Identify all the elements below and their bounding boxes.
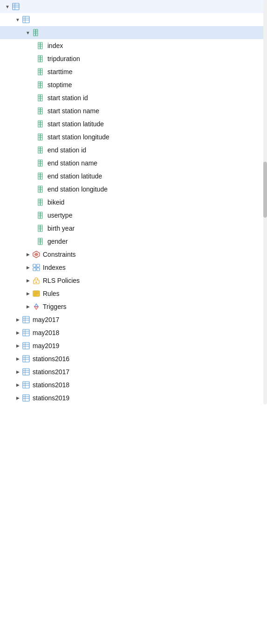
svg-rect-41	[40, 95, 42, 101]
column-item[interactable]: end station id	[0, 144, 267, 157]
svg-rect-92	[38, 212, 40, 219]
svg-rect-152	[23, 395, 29, 401]
sub-item-triggers[interactable]: ▶ Triggers	[0, 300, 267, 313]
column-label: end station id	[47, 146, 86, 154]
indexes-label: Indexes	[43, 264, 66, 271]
table-icon	[21, 328, 31, 337]
column-icon	[36, 80, 46, 89]
constraints-icon	[32, 250, 41, 259]
table-toggle-icon: ▶	[14, 355, 21, 363]
svg-rect-11	[36, 29, 38, 36]
column-icon	[36, 67, 46, 76]
column-icon	[36, 93, 46, 103]
rls-icon	[32, 276, 41, 285]
column-label: end station name	[47, 159, 97, 167]
other-table-node[interactable]: ▶ stations2019	[0, 391, 267, 404]
column-label: start station longitude	[47, 133, 109, 141]
svg-rect-95	[40, 212, 42, 219]
svg-rect-68	[38, 160, 40, 166]
svg-rect-71	[40, 160, 42, 166]
svg-rect-74	[38, 173, 40, 179]
rls-toggle-icon: ▶	[24, 277, 32, 284]
table-icon	[21, 367, 31, 377]
other-table-node[interactable]: ▶ stations2018	[0, 378, 267, 391]
svg-rect-32	[38, 82, 40, 88]
column-items-list: index tripduration starttime	[0, 39, 267, 248]
other-table-node[interactable]: ▶ may2017	[0, 313, 267, 326]
column-icon	[36, 198, 46, 207]
column-item[interactable]: usertype	[0, 209, 267, 222]
column-label: birth year	[47, 225, 74, 232]
column-label: starttime	[47, 68, 73, 75]
svg-rect-44	[38, 108, 40, 114]
column-icon	[36, 224, 46, 233]
column-label: usertype	[47, 212, 73, 219]
column-item[interactable]: tripduration	[0, 52, 267, 65]
column-label: gender	[47, 238, 68, 245]
column-item[interactable]: start station latitude	[0, 117, 267, 130]
tables-node[interactable]: ▼	[0, 0, 267, 13]
column-icon	[36, 145, 46, 155]
sub-item-indexes[interactable]: ▶ Indexes	[0, 261, 267, 274]
svg-rect-0	[13, 3, 19, 10]
svg-rect-115	[37, 268, 40, 271]
sub-item-constraints[interactable]: ▶ Constraints	[0, 248, 267, 261]
svg-rect-80	[38, 186, 40, 192]
column-item[interactable]: end station longitude	[0, 183, 267, 196]
table-label: may2019	[33, 342, 60, 349]
column-item[interactable]: start station id	[0, 91, 267, 104]
svg-rect-4	[23, 16, 29, 23]
table-label: stations2016	[33, 355, 69, 363]
column-item[interactable]: end station latitude	[0, 170, 267, 183]
svg-rect-56	[38, 134, 40, 140]
columns-icon	[32, 28, 41, 37]
scrollbar[interactable]	[263, 0, 267, 404]
svg-rect-65	[40, 147, 42, 153]
svg-rect-107	[40, 238, 42, 245]
sub-items-list: ▶ Constraints ▶ Indexes ▶ RLS Policies ▶…	[0, 248, 267, 313]
column-icon	[36, 158, 46, 168]
svg-rect-89	[40, 199, 42, 206]
other-tables-list: ▶ may2017 ▶ may2018 ▶	[0, 313, 267, 404]
svg-marker-111	[34, 253, 38, 256]
column-label: end station latitude	[47, 172, 102, 180]
svg-rect-86	[38, 199, 40, 206]
column-icon	[36, 237, 46, 246]
may2016-node[interactable]: ▼	[0, 13, 267, 26]
table-toggle-icon: ▶	[14, 394, 21, 402]
tree-container: ▼ ▼ ▼	[0, 0, 267, 404]
other-table-node[interactable]: ▶ may2019	[0, 339, 267, 352]
table-toggle-icon: ▶	[14, 342, 21, 349]
table-icon	[21, 341, 31, 350]
sub-item-rls[interactable]: ▶ RLS Policies	[0, 274, 267, 287]
table-label: may2018	[33, 329, 60, 336]
columns-node[interactable]: ▼	[0, 26, 267, 39]
svg-rect-53	[40, 121, 42, 127]
table-toggle-icon: ▶	[14, 316, 21, 323]
column-icon	[36, 185, 46, 194]
svg-rect-59	[40, 134, 42, 140]
column-item[interactable]: starttime	[0, 65, 267, 78]
column-item[interactable]: start station name	[0, 104, 267, 117]
column-item[interactable]: gender	[0, 235, 267, 248]
column-item[interactable]: stoptime	[0, 78, 267, 91]
scrollbar-thumb[interactable]	[263, 162, 267, 218]
svg-rect-112	[33, 264, 36, 267]
svg-rect-136	[23, 343, 29, 349]
column-label: start station name	[47, 107, 99, 115]
column-item[interactable]: end station name	[0, 157, 267, 170]
column-item[interactable]: bikeid	[0, 196, 267, 209]
table-toggle-icon: ▶	[14, 329, 21, 336]
may2016-table-icon	[21, 15, 31, 24]
column-item[interactable]: start station longitude	[0, 130, 267, 144]
other-table-node[interactable]: ▶ may2018	[0, 326, 267, 339]
svg-rect-132	[23, 329, 29, 336]
other-table-node[interactable]: ▶ stations2016	[0, 352, 267, 365]
column-item[interactable]: birth year	[0, 222, 267, 235]
may2016-toggle-icon: ▼	[14, 16, 21, 23]
other-table-node[interactable]: ▶ stations2017	[0, 365, 267, 378]
sub-item-rules[interactable]: ▶ Rules	[0, 287, 267, 300]
svg-rect-114	[33, 268, 36, 271]
column-item[interactable]: index	[0, 39, 267, 52]
column-label: start station id	[47, 94, 88, 102]
